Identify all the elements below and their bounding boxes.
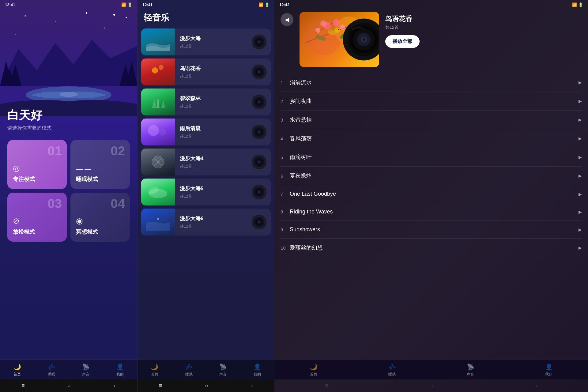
menu-btn-p1[interactable]: ≡ (21, 383, 25, 389)
thumb-greenleaf (141, 179, 175, 205)
svg-point-41 (258, 161, 260, 163)
svg-point-59 (323, 22, 331, 29)
music-item-rain[interactable]: 雨后清晨 共12首 (141, 119, 271, 145)
nav-sound-p3[interactable]: 📡 声音 (467, 363, 474, 377)
track-play-6[interactable]: ▶ (579, 173, 582, 178)
thumb-darkwater (141, 209, 175, 236)
nav-profile-p2[interactable]: 👤 我的 (254, 363, 261, 377)
svg-point-24 (258, 101, 260, 103)
svg-point-65 (335, 28, 340, 33)
nav-sleep-p1[interactable]: 💤 睡眠 (48, 363, 55, 377)
music-item-darkwater[interactable]: 漫步大海6 共12首 (141, 209, 271, 236)
nav-sound-label-p3: 声音 (467, 372, 474, 377)
home-btn-p1[interactable]: ○ (68, 383, 71, 389)
music-name-rain: 雨后清晨 (180, 125, 246, 132)
nav-sleep-p3[interactable]: 💤 睡眠 (388, 363, 396, 377)
nav-profile-p3[interactable]: 👤 我的 (545, 363, 553, 377)
time-panel2: 12:41 (142, 2, 153, 7)
track-play-2[interactable]: ▶ (579, 99, 582, 104)
track-item-3[interactable]: 3 水帘悬挂 ▶ (281, 111, 582, 129)
nav-sleep-label-p3: 睡眠 (388, 372, 396, 377)
mode-card-sleep[interactable]: 02 — — 睡眠模式 (70, 140, 130, 189)
music-item-ocean[interactable]: 漫步大海 共12首 (141, 28, 271, 55)
nav-sound-p1[interactable]: 📡 声音 (82, 363, 90, 377)
track-item-9[interactable]: 9 Sunshowers ▶ (281, 221, 582, 239)
track-play-9[interactable]: ▶ (579, 227, 582, 232)
music-count-ocean: 共12首 (180, 43, 246, 49)
play-all-button[interactable]: 播放全部 (385, 35, 420, 48)
status-icons-panel2: 📶 🔋 (258, 2, 270, 7)
profile-nav-icon: 👤 (116, 363, 124, 371)
vinyl-forest (251, 94, 267, 110)
bottom-nav-panel3: 🌙 首页 💤 睡眠 📡 声音 👤 我的 (274, 359, 588, 379)
mode-card-meditation[interactable]: 04 ◉ 冥想模式 (70, 193, 130, 242)
nav-profile-label-p1: 我的 (116, 372, 124, 377)
bottom-nav-panel1: 🌙 首页 💤 睡眠 📡 声音 👤 我的 (0, 359, 137, 379)
track-play-10[interactable]: ▶ (579, 245, 582, 250)
back-btn-p1[interactable]: ‹ (114, 383, 116, 389)
nav-home-p1[interactable]: 🌙 首页 (13, 363, 21, 377)
track-num-4: 4 (281, 136, 290, 141)
track-play-3[interactable]: ▶ (579, 117, 582, 122)
nav-sleep-p2[interactable]: 💤 睡眠 (185, 363, 193, 377)
nav-home-label-p1: 首页 (13, 372, 21, 377)
album-cover (300, 12, 379, 67)
back-button[interactable]: ◀ (281, 13, 293, 26)
svg-point-13 (152, 67, 158, 74)
music-info-greenleaf: 漫步大海5 共12首 (175, 185, 251, 199)
track-num-1: 1 (281, 80, 290, 85)
track-play-4[interactable]: ▶ (579, 136, 582, 141)
track-name-9: Sunshowers (290, 226, 579, 233)
nav-sound-p2[interactable]: 📡 声音 (219, 363, 227, 377)
nav-profile-p1[interactable]: 👤 我的 (116, 363, 124, 377)
vinyl-greenleaf (251, 184, 267, 200)
sleep-icon: — — (76, 165, 124, 173)
track-play-8[interactable]: ▶ (579, 209, 582, 214)
music-item-bird[interactable]: 鸟语花香 共12首 (141, 58, 271, 85)
track-num-2: 2 (281, 99, 290, 104)
greeting-subtitle: 请选择你需要的模式 (7, 125, 130, 131)
music-item-dandelion[interactable]: 漫步大海4 共12首 (141, 149, 271, 175)
track-play-7[interactable]: ▶ (579, 192, 582, 197)
thumb-rain (141, 119, 175, 145)
mode-number-2: 02 (111, 144, 125, 158)
track-list: 1 涓涓流水 ▶ 2 乡间夜曲 ▶ 3 水帘悬挂 ▶ 4 春风荡荡 ▶ 5 雨滴… (274, 73, 588, 359)
track-play-1[interactable]: ▶ (579, 80, 582, 85)
track-item-5[interactable]: 5 雨滴树叶 ▶ (281, 148, 582, 167)
music-item-forest[interactable]: 碧翠森林 共12首 (141, 89, 271, 115)
track-name-2: 乡间夜曲 (290, 97, 579, 105)
nav-home-p2[interactable]: 🌙 首页 (151, 363, 158, 377)
track-item-10[interactable]: 10 爱丽丝的幻想 ▶ (281, 239, 582, 257)
nav-home-p3[interactable]: 🌙 首页 (310, 363, 318, 377)
thumb-ocean (141, 28, 175, 55)
system-bar-p2: ≡ ○ ‹ (138, 379, 274, 392)
nav-profile-label-p3: 我的 (545, 372, 552, 377)
vinyl-ocean (251, 34, 267, 50)
svg-point-49 (157, 218, 159, 220)
nav-sleep-label-p1: 睡眠 (48, 372, 55, 377)
track-play-5[interactable]: ▶ (579, 155, 582, 160)
mode-card-relax[interactable]: 03 ⊘ 放松模式 (7, 193, 67, 242)
track-num-9: 9 (281, 227, 290, 232)
back-btn-p2[interactable]: ‹ (251, 383, 253, 389)
home-btn-p2[interactable]: ○ (205, 383, 208, 389)
track-item-2[interactable]: 2 乡间夜曲 ▶ (281, 92, 582, 111)
statusbar-panel2: 12:41 📶 🔋 (138, 0, 274, 9)
track-name-1: 涓涓流水 (290, 79, 579, 86)
thumb-dandelion (141, 149, 175, 175)
music-item-greenleaf[interactable]: 漫步大海5 共12首 (141, 179, 271, 205)
focus-icon: ◎ (13, 164, 61, 173)
track-item-7[interactable]: 7 One Last Goodbye ▶ (281, 185, 582, 203)
track-item-1[interactable]: 1 涓涓流水 ▶ (281, 73, 582, 92)
svg-line-58 (315, 21, 336, 33)
music-list-title: 轻音乐 (138, 9, 274, 28)
nav-sound-label-p2: 声音 (219, 372, 227, 377)
sound-nav-icon: 📡 (82, 363, 90, 371)
mode-card-focus[interactable]: 01 ◎ 专注模式 (7, 140, 67, 189)
menu-btn-p2[interactable]: ≡ (159, 383, 162, 389)
music-info-darkwater: 漫步大海6 共12首 (175, 215, 251, 229)
track-item-8[interactable]: 8 Riding the Waves ▶ (281, 203, 582, 221)
track-num-10: 10 (281, 245, 290, 251)
track-item-4[interactable]: 4 春风荡荡 ▶ (281, 129, 582, 148)
track-item-6[interactable]: 6 夏夜蟋蟀 ▶ (281, 167, 582, 185)
